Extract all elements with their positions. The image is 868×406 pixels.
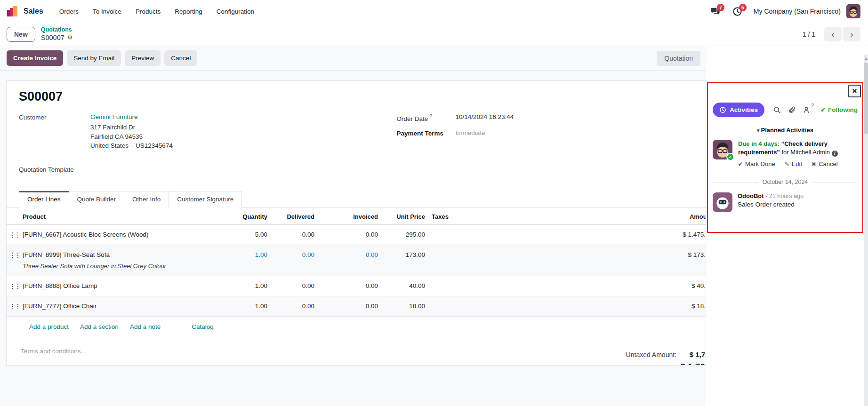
breadcrumb-quotations[interactable]: Quotations <box>41 26 73 34</box>
cell-taxes[interactable] <box>425 245 663 276</box>
cell-taxes[interactable] <box>425 224 663 245</box>
pager: 1 / 1 ‹ › <box>803 27 860 41</box>
cell-amount[interactable]: $ 1,475. <box>663 224 706 245</box>
cell-product[interactable]: [FURN_7777] Office Chair <box>23 296 225 316</box>
table-row[interactable]: ⋮⋮ [FURN_6667] Acoustic Bloc Screens (Wo… <box>7 224 706 245</box>
cell-quantity[interactable]: 5.00 <box>225 224 267 245</box>
table-row[interactable]: ⋮⋮ [FURN_7777] Office Chair 1.00 0.00 0.… <box>7 296 706 316</box>
drag-handle-icon[interactable]: ⋮⋮ <box>7 224 23 245</box>
page-title: S00007 <box>7 89 706 104</box>
preview-button[interactable]: Preview <box>125 50 161 66</box>
cell-taxes[interactable] <box>425 276 663 296</box>
tab-quote-builder[interactable]: Quote Builder <box>69 191 125 208</box>
tab-customer-signature[interactable]: Customer Signature <box>169 191 242 208</box>
cell-quantity[interactable]: 1.00 <box>225 296 267 316</box>
company-switcher[interactable]: My Company (San Francisco) <box>754 8 841 15</box>
cell-quantity[interactable]: 1.00 <box>225 276 267 296</box>
close-button[interactable]: ✕ <box>848 85 861 97</box>
scrollbar-thumb[interactable] <box>864 63 868 134</box>
cell-unit-price[interactable]: 295.00 <box>378 224 425 245</box>
cancel-button[interactable]: Cancel <box>164 50 197 66</box>
planned-activities-toggle[interactable]: ▾Planned Activities <box>757 127 813 134</box>
tab-order-lines[interactable]: Order Lines <box>19 191 69 208</box>
tab-other-info[interactable]: Other Info <box>124 191 169 208</box>
activities-button[interactable]: Activities <box>713 103 764 117</box>
activity-item: ✔ Due in 4 days: “Check delivery require… <box>713 140 858 167</box>
pager-next-button[interactable]: › <box>843 27 860 41</box>
scrollbar[interactable] <box>864 55 868 406</box>
drag-handle-icon[interactable]: ⋮⋮ <box>7 296 23 316</box>
col-handle <box>7 208 23 225</box>
order-date-value[interactable]: 10/14/2024 16:23:44 <box>455 113 514 122</box>
catalog-link[interactable]: Catalog <box>192 323 214 330</box>
scroll-up-icon[interactable] <box>865 57 868 60</box>
customer-link[interactable]: Gemini Furniture <box>90 113 138 120</box>
menu-configuration[interactable]: Configuration <box>217 8 254 15</box>
cell-unit-price[interactable]: 18.00 <box>378 296 425 316</box>
cell-invoiced[interactable]: 0.00 <box>314 224 378 245</box>
col-invoiced[interactable]: Invoiced <box>314 208 378 225</box>
cell-amount[interactable]: $ 18. <box>663 296 706 316</box>
cell-delivered[interactable]: 0.00 <box>267 296 314 316</box>
cell-invoiced[interactable]: 0.00 <box>314 296 378 316</box>
message-author[interactable]: OdooBot <box>738 192 764 199</box>
cell-amount[interactable]: $ 40. <box>663 276 706 296</box>
col-delivered[interactable]: Delivered <box>267 208 314 225</box>
cell-product[interactable]: [FURN_6667] Acoustic Bloc Screens (Wood) <box>23 224 225 245</box>
messages-badge: 7 <box>717 4 724 11</box>
col-quantity[interactable]: Quantity <box>225 208 267 225</box>
cell-product[interactable]: [FURN_8999] Three-Seat Sofa Three Seater… <box>23 245 225 276</box>
pager-value[interactable]: 1 / 1 <box>803 31 815 38</box>
edit-activity-button[interactable]: ✎Edit <box>785 160 802 167</box>
cell-amount[interactable]: $ 173. <box>663 245 706 276</box>
address-line: 317 Fairchild Dr <box>90 123 173 132</box>
total-value: $ 1,70 <box>676 362 706 366</box>
notebook-tabs: Order Lines Quote Builder Other Info Cus… <box>7 191 706 208</box>
attachment-icon[interactable] <box>788 106 796 114</box>
cell-delivered[interactable]: 0.00 <box>267 245 314 276</box>
following-button[interactable]: ✔ Following <box>820 106 858 113</box>
payment-terms-value[interactable]: Immediate <box>455 129 485 137</box>
col-unit-price[interactable]: Unit Price <box>378 208 425 225</box>
gear-icon[interactable]: ⚙ <box>67 34 73 41</box>
user-avatar[interactable] <box>846 4 860 18</box>
col-amount[interactable]: Amount <box>663 208 706 225</box>
cell-product[interactable]: [FURN_8888] Office Lamp <box>23 276 225 296</box>
activities-clock-icon[interactable]: 5 <box>732 7 742 16</box>
menu-reporting[interactable]: Reporting <box>175 8 202 15</box>
drag-handle-icon[interactable]: ⋮⋮ <box>7 245 23 276</box>
add-note-link[interactable]: Add a note <box>130 323 161 330</box>
cell-delivered[interactable]: 0.00 <box>267 224 314 245</box>
stage-badge[interactable]: Quotation <box>657 51 700 66</box>
followers-icon[interactable]: 2 <box>803 106 814 114</box>
cancel-activity-button[interactable]: ✖Cancel <box>812 160 838 167</box>
info-icon[interactable]: i <box>832 151 838 157</box>
app-menu-sales[interactable]: Sales <box>24 7 43 16</box>
cell-invoiced[interactable]: 0.00 <box>314 245 378 276</box>
menu-products[interactable]: Products <box>136 8 161 15</box>
col-taxes[interactable]: Taxes <box>425 208 663 225</box>
pager-prev-button[interactable]: ‹ <box>824 27 842 41</box>
mark-done-button[interactable]: ✔Mark Done <box>738 160 775 167</box>
cell-taxes[interactable] <box>425 296 663 316</box>
table-row[interactable]: ⋮⋮ [FURN_8888] Office Lamp 1.00 0.00 0.0… <box>7 276 706 296</box>
odoo-logo-icon[interactable] <box>7 6 19 17</box>
add-product-link[interactable]: Add a product <box>29 323 69 330</box>
send-by-email-button[interactable]: Send by Email <box>67 50 121 66</box>
cell-unit-price[interactable]: 40.00 <box>378 276 425 296</box>
menu-to-invoice[interactable]: To Invoice <box>93 8 121 15</box>
cell-unit-price[interactable]: 173.00 <box>378 245 425 276</box>
cell-invoiced[interactable]: 0.00 <box>314 276 378 296</box>
drag-handle-icon[interactable]: ⋮⋮ <box>7 276 23 296</box>
new-button[interactable]: New <box>7 27 35 42</box>
cell-delivered[interactable]: 0.00 <box>267 276 314 296</box>
col-product[interactable]: Product <box>23 208 225 225</box>
terms-input[interactable]: Terms and conditions... <box>21 348 588 366</box>
table-row[interactable]: ⋮⋮ [FURN_8999] Three-Seat Sofa Three Sea… <box>7 245 706 276</box>
cell-quantity[interactable]: 1.00 <box>225 245 267 276</box>
add-section-link[interactable]: Add a section <box>80 323 119 330</box>
search-icon[interactable] <box>773 106 781 114</box>
menu-orders[interactable]: Orders <box>59 8 79 15</box>
create-invoice-button[interactable]: Create Invoice <box>7 50 63 66</box>
messages-icon[interactable]: 7 <box>710 7 720 16</box>
